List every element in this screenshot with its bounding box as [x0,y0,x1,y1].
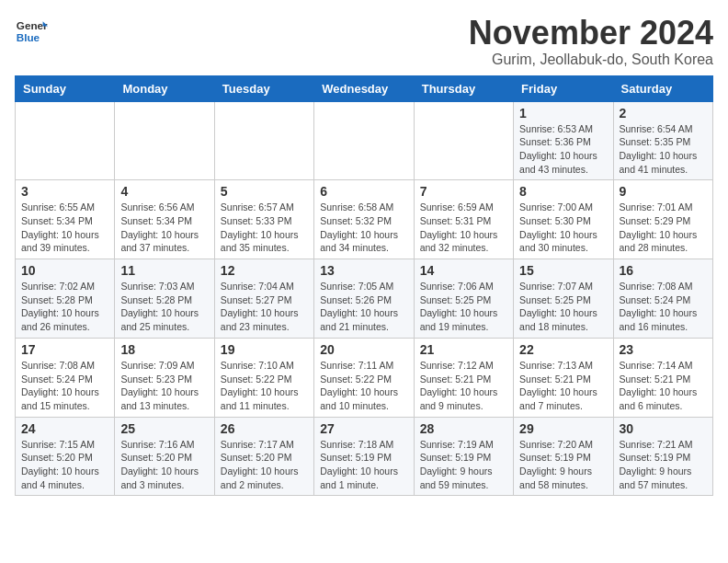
day-info: Sunrise: 7:05 AM Sunset: 5:26 PM Dayligh… [320,280,407,334]
calendar-cell [214,101,313,180]
calendar-cell: 7Sunrise: 6:59 AM Sunset: 5:31 PM Daylig… [414,180,513,259]
day-number: 4 [120,184,208,199]
calendar-week-row: 17Sunrise: 7:08 AM Sunset: 5:24 PM Dayli… [16,338,713,417]
day-number: 21 [420,342,507,357]
day-number: 12 [221,263,308,278]
day-number: 29 [519,421,607,436]
calendar-cell [115,101,214,180]
day-number: 19 [221,342,308,357]
day-info: Sunrise: 6:58 AM Sunset: 5:32 PM Dayligh… [320,201,407,255]
svg-text:Blue: Blue [17,31,40,43]
day-number: 1 [519,106,607,121]
day-info: Sunrise: 7:12 AM Sunset: 5:21 PM Dayligh… [420,359,507,413]
day-info: Sunrise: 7:17 AM Sunset: 5:20 PM Dayligh… [221,438,308,492]
day-info: Sunrise: 7:19 AM Sunset: 5:19 PM Dayligh… [420,438,507,492]
day-info: Sunrise: 7:18 AM Sunset: 5:19 PM Dayligh… [320,438,407,492]
day-info: Sunrise: 7:03 AM Sunset: 5:28 PM Dayligh… [120,280,208,334]
calendar-cell: 11Sunrise: 7:03 AM Sunset: 5:28 PM Dayli… [115,259,214,339]
day-number: 27 [320,421,407,436]
day-info: Sunrise: 6:53 AM Sunset: 5:36 PM Dayligh… [519,122,607,177]
calendar-cell [414,101,513,180]
day-number: 26 [221,421,308,436]
day-info: Sunrise: 7:14 AM Sunset: 5:21 PM Dayligh… [620,359,707,413]
day-info: Sunrise: 7:15 AM Sunset: 5:20 PM Dayligh… [21,438,108,492]
day-number: 24 [21,421,108,436]
day-info: Sunrise: 6:57 AM Sunset: 5:33 PM Dayligh… [221,201,308,255]
day-number: 2 [620,106,707,121]
day-info: Sunrise: 7:08 AM Sunset: 5:24 PM Dayligh… [21,359,108,413]
weekday-header-saturday: Saturday [613,75,712,101]
weekday-header-tuesday: Tuesday [214,75,313,101]
calendar-cell: 5Sunrise: 6:57 AM Sunset: 5:33 PM Daylig… [214,180,313,259]
day-number: 7 [420,184,507,199]
day-info: Sunrise: 7:02 AM Sunset: 5:28 PM Dayligh… [21,280,108,334]
calendar-cell: 3Sunrise: 6:55 AM Sunset: 5:34 PM Daylig… [16,180,115,259]
calendar-cell: 22Sunrise: 7:13 AM Sunset: 5:21 PM Dayli… [514,338,613,417]
calendar-cell: 25Sunrise: 7:16 AM Sunset: 5:20 PM Dayli… [115,417,214,496]
calendar-cell: 20Sunrise: 7:11 AM Sunset: 5:22 PM Dayli… [314,338,414,417]
calendar-cell: 26Sunrise: 7:17 AM Sunset: 5:20 PM Dayli… [214,417,313,496]
calendar-week-row: 10Sunrise: 7:02 AM Sunset: 5:28 PM Dayli… [16,259,713,339]
title-block: November 2024 Gurim, Jeollabuk-do, South… [469,15,713,68]
calendar-cell: 17Sunrise: 7:08 AM Sunset: 5:24 PM Dayli… [16,338,115,417]
calendar-cell: 27Sunrise: 7:18 AM Sunset: 5:19 PM Dayli… [314,417,414,496]
day-number: 10 [21,263,108,278]
calendar-cell: 2Sunrise: 6:54 AM Sunset: 5:35 PM Daylig… [613,101,712,180]
weekday-header-friday: Friday [514,75,613,101]
weekday-header-thursday: Thursday [414,75,513,101]
weekday-header-wednesday: Wednesday [314,75,414,101]
day-number: 18 [120,342,208,357]
calendar-cell: 13Sunrise: 7:05 AM Sunset: 5:26 PM Dayli… [314,259,414,339]
day-info: Sunrise: 7:21 AM Sunset: 5:19 PM Dayligh… [620,438,707,492]
day-info: Sunrise: 7:16 AM Sunset: 5:20 PM Dayligh… [120,438,208,492]
weekday-header-sunday: Sunday [16,75,115,101]
day-number: 17 [21,342,108,357]
calendar-cell: 6Sunrise: 6:58 AM Sunset: 5:32 PM Daylig… [314,180,414,259]
calendar-cell: 28Sunrise: 7:19 AM Sunset: 5:19 PM Dayli… [414,417,513,496]
day-number: 13 [320,263,407,278]
weekday-header-monday: Monday [115,75,214,101]
calendar-week-row: 1Sunrise: 6:53 AM Sunset: 5:36 PM Daylig… [16,101,713,180]
day-number: 28 [420,421,507,436]
calendar-cell: 21Sunrise: 7:12 AM Sunset: 5:21 PM Dayli… [414,338,513,417]
calendar-cell: 10Sunrise: 7:02 AM Sunset: 5:28 PM Dayli… [16,259,115,339]
day-number: 6 [320,184,407,199]
day-info: Sunrise: 6:54 AM Sunset: 5:35 PM Dayligh… [620,122,707,177]
day-info: Sunrise: 7:09 AM Sunset: 5:23 PM Dayligh… [120,359,208,413]
calendar-week-row: 24Sunrise: 7:15 AM Sunset: 5:20 PM Dayli… [16,417,713,496]
calendar-cell: 9Sunrise: 7:01 AM Sunset: 5:29 PM Daylig… [613,180,712,259]
day-info: Sunrise: 6:56 AM Sunset: 5:34 PM Dayligh… [120,201,208,255]
calendar-week-row: 3Sunrise: 6:55 AM Sunset: 5:34 PM Daylig… [16,180,713,259]
month-title: November 2024 [469,15,713,52]
calendar-cell: 30Sunrise: 7:21 AM Sunset: 5:19 PM Dayli… [613,417,712,496]
calendar-cell: 16Sunrise: 7:08 AM Sunset: 5:24 PM Dayli… [613,259,712,339]
day-info: Sunrise: 7:13 AM Sunset: 5:21 PM Dayligh… [519,359,607,413]
day-info: Sunrise: 6:55 AM Sunset: 5:34 PM Dayligh… [21,201,108,255]
day-number: 30 [620,421,707,436]
day-info: Sunrise: 7:01 AM Sunset: 5:29 PM Dayligh… [620,201,707,255]
day-number: 11 [120,263,208,278]
day-info: Sunrise: 7:20 AM Sunset: 5:19 PM Dayligh… [519,438,607,492]
calendar-cell: 4Sunrise: 6:56 AM Sunset: 5:34 PM Daylig… [115,180,214,259]
day-info: Sunrise: 7:07 AM Sunset: 5:25 PM Dayligh… [519,280,607,334]
day-number: 25 [120,421,208,436]
day-number: 5 [221,184,308,199]
calendar-cell: 12Sunrise: 7:04 AM Sunset: 5:27 PM Dayli… [214,259,313,339]
day-info: Sunrise: 7:11 AM Sunset: 5:22 PM Dayligh… [320,359,407,413]
calendar-cell: 1Sunrise: 6:53 AM Sunset: 5:36 PM Daylig… [514,101,613,180]
day-number: 23 [620,342,707,357]
logo: General Blue [15,15,48,48]
day-number: 14 [420,263,507,278]
weekday-header-row: SundayMondayTuesdayWednesdayThursdayFrid… [16,75,713,101]
day-number: 8 [519,184,607,199]
day-number: 20 [320,342,407,357]
day-number: 9 [620,184,707,199]
calendar-cell [314,101,414,180]
day-number: 15 [519,263,607,278]
calendar-cell [16,101,115,180]
day-info: Sunrise: 6:59 AM Sunset: 5:31 PM Dayligh… [420,201,507,255]
day-number: 22 [519,342,607,357]
day-info: Sunrise: 7:06 AM Sunset: 5:25 PM Dayligh… [420,280,507,334]
calendar-table: SundayMondayTuesdayWednesdayThursdayFrid… [15,75,713,497]
day-info: Sunrise: 7:04 AM Sunset: 5:27 PM Dayligh… [221,280,308,334]
